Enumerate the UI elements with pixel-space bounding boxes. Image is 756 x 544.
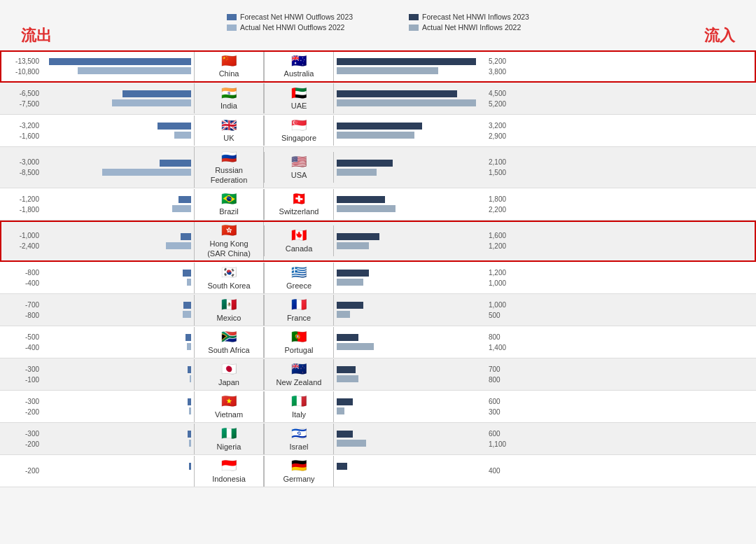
bars-out-china-australia: [43, 55, 194, 77]
row-indonesia-germany: -200 🇮🇩 Indonesia 🇩🇪 G: [0, 455, 756, 487]
values-out-mexico-france: -700-800: [0, 298, 43, 322]
bars-out-russia-usa: [43, 157, 194, 179]
bars-in-indonesia-germany: [334, 460, 484, 482]
values-out-india-uae: -6,500-7,500: [0, 87, 43, 111]
row-russia-usa: -3,000-8,500 🇷🇺 RussianFederation: [0, 147, 756, 188]
legend-right: Forecast Net HNWI Inflows 2023 Actual Ne…: [409, 13, 529, 32]
country-left-nigeria-israel: 🇳🇬 Nigeria: [194, 424, 264, 454]
outflow-title: 流出: [21, 25, 52, 46]
bars-in-russia-usa: [334, 157, 484, 179]
bars-in-southkorea-greece: [334, 267, 484, 288]
row-brazil-switzerland: -1,200-1,800 🇧🇷 Brazil 🇨🇭: [0, 188, 756, 221]
bars-out-southafrica-portugal: [43, 331, 194, 353]
country-right-japan-newzealand: 🇳🇿 New Zealand: [264, 359, 334, 390]
chart-container: 流出 Forecast Net HNWI Outflows 2023 Actua…: [0, 0, 756, 494]
values-in-russia-usa: 2,1001,500: [484, 155, 528, 179]
country-right-vietnam-italy: 🇮🇹 Italy: [264, 391, 334, 422]
values-in-southafrica-portugal: 8001,400: [484, 330, 528, 354]
values-out-japan-newzealand: -300-100: [0, 363, 43, 386]
country-right-southkorea-greece: 🇬🇷 Greece: [264, 263, 334, 293]
row-southkorea-greece: -800-400 🇰🇷 South Korea 🇬🇷: [0, 262, 756, 294]
row-vietnam-italy: -300-200 🇻🇳 Vietnam 🇮🇹: [0, 391, 756, 423]
bars-out-mexico-france: [43, 299, 194, 321]
values-in-indonesia-germany: 400: [484, 464, 528, 477]
row-nigeria-israel: -300-200 🇳🇬 Nigeria 🇮🇱: [0, 423, 756, 455]
row-china-australia: -13,500-10,800 🇨🇳 China 🇦🇺: [0, 50, 756, 83]
country-left-china-australia: 🇨🇳 China: [194, 51, 264, 82]
country-left-uk-singapore: 🇬🇧 UK: [194, 116, 264, 146]
country-right-hongkong-canada: 🇨🇦 Canada: [264, 225, 334, 256]
values-out-uk-singapore: -3,200-1,600: [0, 119, 43, 143]
values-out-china-australia: -13,500-10,800: [0, 55, 43, 78]
values-out-vietnam-italy: -300-200: [0, 395, 43, 419]
values-out-indonesia-germany: -200: [0, 464, 43, 477]
country-left-southafrica-portugal: 🇿🇦 South Africa: [194, 327, 264, 358]
country-left-india-uae: 🇮🇳 India: [194, 83, 264, 114]
inflow-title: 流入: [704, 25, 735, 46]
values-in-uk-singapore: 3,2002,900: [484, 119, 528, 143]
country-left-vietnam-italy: 🇻🇳 Vietnam: [194, 391, 264, 422]
bars-out-hongkong-canada: [43, 230, 194, 252]
country-left-hongkong-canada: 🇭🇰 Hong Kong(SAR China): [194, 221, 264, 261]
country-right-southafrica-portugal: 🇵🇹 Portugal: [264, 327, 334, 358]
country-right-russia-usa: 🇺🇸 USA: [264, 152, 334, 183]
bars-out-india-uae: [43, 88, 194, 109]
values-out-southafrica-portugal: -500-400: [0, 330, 43, 354]
bars-in-hongkong-canada: [334, 230, 484, 252]
country-left-mexico-france: 🇲🇽 Mexico: [194, 295, 264, 326]
legend-left: Forecast Net HNWI Outflows 2023 Actual N…: [227, 13, 353, 32]
bars-in-brazil-switzerland: [334, 193, 484, 215]
row-japan-newzealand: -300-100 🇯🇵 Japan 🇳🇿 N: [0, 358, 756, 391]
bars-out-japan-newzealand: [43, 363, 194, 385]
country-left-russia-usa: 🇷🇺 RussianFederation: [194, 147, 264, 188]
bars-out-indonesia-germany: [43, 460, 194, 482]
values-in-japan-newzealand: 700800: [484, 363, 528, 386]
country-left-brazil-switzerland: 🇧🇷 Brazil: [194, 189, 264, 220]
country-right-mexico-france: 🇫🇷 France: [264, 295, 334, 326]
bars-in-china-australia: [334, 55, 484, 77]
bars-in-india-uae: [334, 88, 484, 109]
values-in-vietnam-italy: 600300: [484, 395, 528, 419]
values-in-nigeria-israel: 6001,100: [484, 427, 528, 451]
row-mexico-france: -700-800 🇲🇽 Mexico 🇫🇷: [0, 294, 756, 326]
country-right-india-uae: 🇦🇪 UAE: [264, 83, 334, 114]
bars-out-southkorea-greece: [43, 267, 194, 288]
values-out-brazil-switzerland: -1,200-1,800: [0, 193, 43, 216]
bars-out-uk-singapore: [43, 120, 194, 141]
bars-out-vietnam-italy: [43, 396, 194, 417]
values-in-hongkong-canada: 1,6001,200: [484, 229, 528, 253]
bars-in-mexico-france: [334, 299, 484, 321]
bars-in-nigeria-israel: [334, 428, 484, 449]
bars-in-vietnam-italy: [334, 396, 484, 417]
values-in-mexico-france: 1,000500: [484, 298, 528, 322]
bars-in-southafrica-portugal: [334, 331, 484, 353]
country-left-indonesia-germany: 🇮🇩 Indonesia: [194, 456, 264, 487]
country-right-china-australia: 🇦🇺 Australia: [264, 51, 334, 82]
bars-in-uk-singapore: [334, 120, 484, 141]
country-right-indonesia-germany: 🇩🇪 Germany: [264, 456, 334, 487]
country-right-nigeria-israel: 🇮🇱 Israel: [264, 424, 334, 454]
row-uk-singapore: -3,200-1,600 🇬🇧 UK 🇸🇬: [0, 115, 756, 147]
row-india-uae: -6,500-7,500 🇮🇳 India 🇦🇪: [0, 83, 756, 115]
values-in-china-australia: 5,2003,800: [484, 55, 528, 78]
values-in-southkorea-greece: 1,2001,000: [484, 266, 528, 290]
bars-in-japan-newzealand: [334, 363, 484, 385]
values-out-hongkong-canada: -1,000-2,400: [0, 229, 43, 253]
chart-rows: -13,500-10,800 🇨🇳 China 🇦🇺: [0, 50, 756, 487]
row-southafrica-portugal: -500-400 🇿🇦 South Africa 🇵🇹: [0, 326, 756, 358]
bars-out-brazil-switzerland: [43, 193, 194, 215]
row-hongkong-canada: -1,000-2,400 🇭🇰 Hong Kong(SAR China): [0, 221, 756, 262]
country-left-southkorea-greece: 🇰🇷 South Korea: [194, 263, 264, 293]
values-out-russia-usa: -3,000-8,500: [0, 155, 43, 179]
country-right-uk-singapore: 🇸🇬 Singapore: [264, 116, 334, 146]
bars-out-nigeria-israel: [43, 428, 194, 449]
values-out-southkorea-greece: -800-400: [0, 266, 43, 290]
values-in-brazil-switzerland: 1,8002,200: [484, 193, 528, 216]
values-in-india-uae: 4,5005,200: [484, 87, 528, 111]
country-left-japan-newzealand: 🇯🇵 Japan: [194, 359, 264, 390]
values-out-nigeria-israel: -300-200: [0, 427, 43, 451]
country-right-brazil-switzerland: 🇨🇭 Switzerland: [264, 189, 334, 220]
